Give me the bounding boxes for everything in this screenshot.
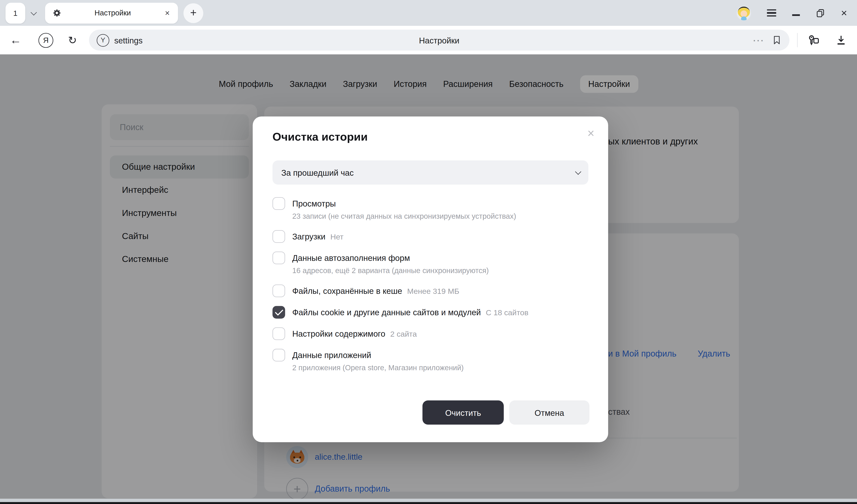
toolbar-divider	[797, 33, 798, 47]
history-options-list: Просмотры 23 записи (не считая данных на…	[272, 197, 588, 382]
option-label: Файлы, сохранённые в кеше	[292, 286, 402, 296]
window-bottom-strip	[0, 499, 857, 502]
option-row-cookies[interactable]: Файлы cookie и другие данные сайтов и мо…	[272, 306, 588, 319]
clear-button[interactable]: Очистить	[422, 400, 504, 425]
checkbox-app-data[interactable]	[272, 349, 285, 362]
checkbox-views[interactable]	[272, 197, 285, 210]
option-detail: С 18 сайтов	[486, 308, 528, 317]
tab-title: Настройки	[62, 9, 164, 17]
dialog-close-icon[interactable]: ×	[585, 125, 597, 142]
reload-button[interactable]: ↻	[68, 34, 77, 47]
bookmark-icon[interactable]	[772, 35, 782, 45]
option-sub: 2 приложения (Opera store, Магазин прило…	[292, 363, 464, 373]
tab-count: 1	[13, 9, 18, 17]
option-detail: Менее 319 МБ	[407, 287, 459, 296]
option-detail: Нет	[331, 232, 343, 241]
profile-avatar[interactable]	[737, 6, 751, 20]
checkbox-autofill[interactable]	[272, 252, 285, 264]
tab-close-icon[interactable]: ×	[164, 8, 171, 18]
back-button[interactable]: ←	[10, 34, 21, 47]
window-bottom-edge	[0, 502, 857, 504]
tab-bar: 1 Настройки × +	[0, 0, 857, 26]
clear-button-label: Очистить	[445, 408, 481, 417]
option-label: Загрузки	[292, 232, 325, 241]
checkbox-content-settings[interactable]	[272, 327, 285, 340]
clear-history-dialog: × Очистка истории За прошедший час Просм…	[253, 116, 608, 442]
option-label: Данные автозаполнения форм	[292, 253, 410, 263]
option-sub: 16 адресов, ещё 2 варианта (данные синхр…	[292, 266, 489, 276]
minimize-button[interactable]	[792, 10, 800, 16]
downloads-icon[interactable]	[835, 34, 847, 46]
close-window-button[interactable]: ×	[841, 8, 847, 18]
option-row-autofill[interactable]: Данные автозаполнения форм 16 адресов, е…	[272, 252, 588, 276]
settings-page: Мой профиль Закладки Загрузки История Ра…	[0, 54, 857, 499]
option-row-content-settings[interactable]: Настройки содержимого2 сайта	[272, 327, 588, 340]
selected-period: За прошедший час	[281, 168, 354, 177]
checkbox-cache[interactable]	[272, 285, 285, 297]
checkbox-downloads[interactable]	[272, 230, 285, 243]
chevron-down-icon	[575, 169, 581, 175]
gear-icon	[52, 9, 62, 18]
address-bar[interactable]: Y settings Настройки ···	[89, 30, 790, 51]
browser-window: 1 Настройки × +	[0, 0, 857, 504]
plus-icon: +	[190, 7, 197, 19]
toolbar: ← Я ↻ Y settings Настройки ···	[0, 26, 857, 54]
tab-settings[interactable]: Настройки ×	[45, 3, 178, 23]
page-title: Настройки	[419, 35, 459, 45]
option-sub: 23 записи (не считая данных на синхрониз…	[292, 212, 516, 221]
tab-list-button[interactable]: 1	[5, 3, 25, 23]
more-actions-icon[interactable]: ···	[753, 35, 765, 45]
avatar-face	[741, 10, 747, 17]
yandex-logo-icon[interactable]: Я	[38, 33, 53, 48]
dialog-title: Очистка истории	[272, 130, 368, 144]
option-row-downloads[interactable]: ЗагрузкиНет	[272, 230, 588, 243]
new-tab-button[interactable]: +	[183, 3, 203, 23]
passwords-key-icon[interactable]	[807, 34, 820, 47]
cancel-button-label: Отмена	[535, 408, 564, 417]
window-controls: ×	[737, 6, 852, 20]
chevron-down-icon	[31, 9, 37, 15]
option-row-views[interactable]: Просмотры 23 записи (не считая данных на…	[272, 197, 588, 221]
checkbox-cookies-checked[interactable]	[272, 306, 285, 319]
menu-icon[interactable]	[767, 9, 776, 17]
cancel-button[interactable]: Отмена	[509, 400, 589, 425]
option-row-cache[interactable]: Файлы, сохранённые в кешеМенее 319 МБ	[272, 285, 588, 297]
url-text: settings	[114, 35, 143, 45]
tab-list-chevron-button[interactable]	[25, 3, 41, 23]
restore-window-icon[interactable]	[816, 9, 825, 18]
option-label: Файлы cookie и другие данные сайтов и мо…	[292, 307, 481, 317]
option-label: Настройки содержимого	[292, 329, 385, 338]
option-label: Данные приложений	[292, 351, 371, 360]
time-period-select[interactable]: За прошедший час	[272, 160, 588, 184]
option-detail: 2 сайта	[390, 330, 417, 338]
option-row-app-data[interactable]: Данные приложений 2 приложения (Opera st…	[272, 349, 588, 373]
option-label: Просмотры	[292, 199, 336, 208]
avatar-dress	[741, 16, 746, 20]
site-badge-icon[interactable]: Y	[97, 34, 110, 47]
